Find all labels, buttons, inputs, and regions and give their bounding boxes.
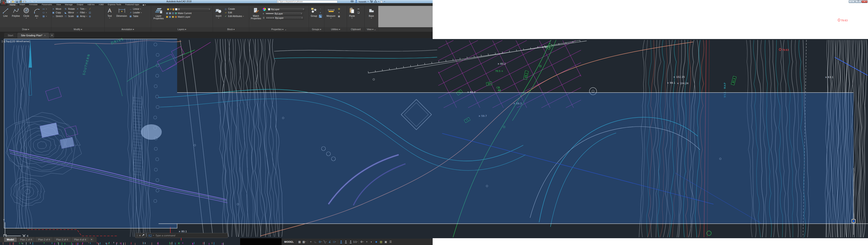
search-arrow-icon[interactable]: ▸ bbox=[278, 1, 279, 3]
linetype-select[interactable]: ByLayer▾ bbox=[266, 16, 304, 20]
paste-button[interactable]: Paste▾ bbox=[347, 6, 356, 19]
make-current-button[interactable]: Make Current bbox=[166, 12, 212, 15]
cut-tool[interactable]: ✂ bbox=[357, 7, 360, 10]
command-customize-icon[interactable] bbox=[142, 234, 145, 237]
file-tab-active[interactable]: Site Grading Plan* × bbox=[17, 33, 49, 38]
polar-tracking-icon[interactable]: ⊙▾ bbox=[318, 240, 322, 244]
ungroup-tool[interactable]: ▫ bbox=[319, 7, 322, 10]
new-drawing-tab-button[interactable]: + bbox=[50, 33, 54, 38]
circle-button[interactable]: Circle▾ bbox=[21, 6, 31, 19]
panel-label-view[interactable]: View ▾ ⌄ bbox=[365, 27, 378, 32]
layer-properties-button[interactable]: Layer Properties bbox=[152, 6, 165, 20]
isolate-objects-icon[interactable]: ◐ bbox=[369, 240, 374, 244]
panel-label-draw[interactable]: Draw ▾ bbox=[0, 27, 51, 32]
workspace-switching-icon[interactable]: ⚙▾ bbox=[360, 240, 364, 244]
ribbon-tab[interactable]: View bbox=[54, 3, 63, 6]
open-file-icon[interactable] bbox=[11, 0, 14, 3]
panel-label-groups[interactable]: Groups ▾ bbox=[309, 27, 324, 32]
panel-label-annotation[interactable]: Annotation ▾ bbox=[105, 27, 151, 32]
application-menu-button[interactable]: A▾ bbox=[0, 0, 6, 6]
group-select-tool[interactable]: ▙ bbox=[319, 15, 322, 18]
command-input[interactable]: >_ ▾ Type a command bbox=[147, 233, 228, 238]
ellipse-tool[interactable]: ⬭▾ bbox=[42, 11, 47, 14]
minimize-button[interactable]: — bbox=[849, 0, 855, 3]
stretch-button[interactable]: ↔Stretch bbox=[52, 15, 63, 18]
undo-icon[interactable]: ↶▾ bbox=[27, 0, 30, 3]
point-tool[interactable]: + bbox=[338, 11, 340, 14]
explode-button[interactable]: ◫ bbox=[89, 11, 92, 14]
copy-clip-tool[interactable]: ❏ bbox=[357, 11, 360, 14]
layer-select[interactable]: ☀ 0 ▾ bbox=[166, 7, 211, 11]
offset-button[interactable]: ◎ bbox=[89, 15, 92, 18]
object-snap-icon[interactable]: □▾ bbox=[332, 240, 337, 244]
search-box[interactable]: ▸ Type a keyword or phrase bbox=[277, 0, 338, 3]
move-button[interactable]: +Move bbox=[52, 7, 63, 10]
hardware-acceleration-icon[interactable]: ▤ bbox=[379, 240, 383, 244]
hatch-tool[interactable]: ▨▾ bbox=[42, 15, 47, 18]
save-icon[interactable] bbox=[16, 0, 18, 3]
binoculars-search-icon[interactable] bbox=[351, 0, 353, 3]
rotate-button[interactable]: ↻Rotate bbox=[64, 7, 75, 10]
linear-dimension-button[interactable]: ↔Linear▾ bbox=[129, 7, 142, 10]
annotation-monitor-icon[interactable]: + bbox=[365, 240, 369, 244]
text-button[interactable]: A Text▾ bbox=[105, 6, 114, 19]
table-button[interactable]: ▦Table bbox=[129, 15, 142, 18]
ribbon-tab[interactable]: Annotate bbox=[27, 3, 40, 6]
group-button[interactable]: Group bbox=[309, 6, 318, 17]
ribbon-tab[interactable]: Express Tools bbox=[106, 3, 123, 6]
grid-display-icon[interactable]: ▦ bbox=[297, 240, 302, 244]
save-as-icon[interactable] bbox=[19, 0, 22, 3]
ribbon-tab[interactable]: Add-ins bbox=[85, 3, 96, 6]
new-layout-button[interactable]: + bbox=[90, 238, 94, 242]
panel-label-properties[interactable]: Properties ▾ ⌄ bbox=[249, 27, 309, 32]
layout-tab[interactable]: Model bbox=[4, 237, 17, 242]
redo-icon[interactable]: ↷▾ bbox=[31, 0, 34, 3]
mirror-button[interactable]: ◣Mirror bbox=[64, 11, 75, 14]
quick-calc-tool[interactable]: ▦ bbox=[338, 15, 340, 18]
ribbon-tab[interactable]: Home bbox=[8, 3, 18, 6]
command-recent-dropdown-icon[interactable]: ▾ bbox=[153, 235, 154, 236]
ribbon-tab[interactable]: Parametric bbox=[40, 3, 54, 6]
panel-label-block[interactable]: Block ▾ bbox=[213, 27, 249, 32]
leader-button[interactable]: ↗Leader▾ bbox=[129, 11, 142, 14]
command-close-icon[interactable]: ✕ bbox=[139, 234, 141, 237]
file-tab-close-icon[interactable]: × bbox=[44, 33, 45, 38]
a360-dropdown-icon[interactable]: ▾ bbox=[378, 1, 379, 2]
user-icon[interactable] bbox=[355, 0, 358, 3]
cart-icon[interactable] bbox=[370, 0, 373, 3]
quick-select-tool[interactable]: ⊞ bbox=[338, 7, 340, 10]
help-icon[interactable]: ? bbox=[380, 0, 383, 3]
ortho-mode-icon[interactable]: ∟ bbox=[313, 240, 318, 244]
viewport-controls[interactable]: [-][Top][2D Wireframe] bbox=[2, 40, 30, 43]
insert-button[interactable]: Insert▾ bbox=[213, 6, 224, 19]
line-button[interactable]: Line bbox=[0, 6, 10, 17]
command-grip-handle[interactable]: ⣿ bbox=[136, 234, 138, 237]
ribbon-tab[interactable]: Featured Apps bbox=[123, 3, 141, 6]
layout-tab[interactable]: Plan 2 of 4 bbox=[35, 237, 53, 242]
layout-tab[interactable]: Plan 1 of 4 bbox=[18, 237, 35, 242]
panel-label-modify[interactable]: Modify ▾ bbox=[52, 27, 104, 32]
close-button[interactable]: × bbox=[862, 0, 868, 3]
arc-button[interactable]: Arc▾ bbox=[32, 6, 42, 19]
fillet-button[interactable]: ⌐Fillet▾ bbox=[76, 11, 87, 14]
edit-attributes-button[interactable]: ✓Edit Attributes▾ bbox=[224, 15, 244, 18]
match-properties-button[interactable]: Match Properties bbox=[250, 6, 262, 20]
panel-label-utilities[interactable]: Utilities ▾ bbox=[324, 27, 347, 32]
edit-block-button[interactable]: ▱Edit bbox=[224, 11, 244, 14]
erase-button[interactable]: ⁄ bbox=[89, 7, 92, 10]
ribbon-tab[interactable]: Insert bbox=[18, 3, 27, 6]
infer-constraints-icon[interactable]: + bbox=[309, 240, 313, 244]
signed-in-username[interactable]: hewetth bbox=[359, 0, 366, 3]
array-button[interactable]: ▦Array▾ bbox=[76, 15, 87, 18]
layout-tab[interactable]: Plan 4 of 4 bbox=[71, 237, 89, 242]
dimension-button[interactable]: Dimension bbox=[115, 6, 129, 17]
restore-button[interactable]: ❐ bbox=[855, 0, 861, 3]
group-edit-tool[interactable]: ▪ bbox=[319, 11, 322, 14]
scale-button[interactable]: □Scale bbox=[64, 15, 75, 18]
autoscale-icon[interactable] bbox=[344, 240, 348, 244]
rectangle-tool[interactable]: ▭▾ bbox=[42, 7, 47, 10]
plot-icon[interactable] bbox=[23, 0, 26, 3]
layout-tab[interactable]: Plan 3 of 4 bbox=[54, 237, 71, 242]
user-dropdown-icon[interactable]: ▾ bbox=[368, 1, 369, 2]
copy-button[interactable]: ▣Copy bbox=[52, 11, 63, 14]
